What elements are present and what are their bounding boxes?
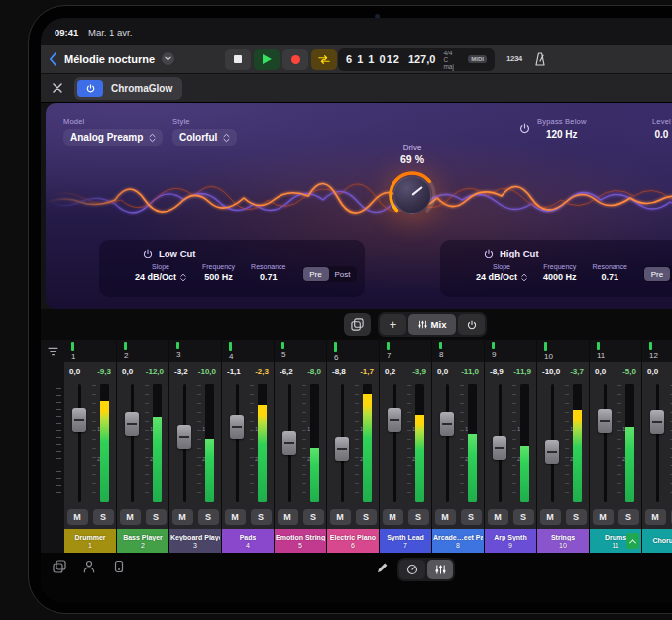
mixer-view-button[interactable]	[427, 560, 453, 579]
layers-button[interactable]	[344, 313, 371, 336]
model-control[interactable]: Model Analog Preamp	[63, 117, 163, 146]
mute-button[interactable]: M	[593, 509, 614, 525]
title-menu-button[interactable]	[162, 52, 174, 65]
mute-button[interactable]: M	[330, 509, 351, 525]
slope-field[interactable]: Slope 24 dB/Oct	[476, 263, 527, 282]
solo-button[interactable]: S	[198, 509, 219, 525]
cycle-button[interactable]	[311, 49, 337, 70]
fader-handle[interactable]	[72, 408, 86, 432]
fader-track[interactable]	[439, 384, 455, 502]
slope-field[interactable]: Slope 24 dB/Oct	[135, 263, 186, 282]
mute-button[interactable]: M	[383, 509, 403, 525]
metronome-icon[interactable]	[534, 52, 546, 66]
fader-track[interactable]	[334, 384, 350, 502]
lcd-display[interactable]: 6 1 1 012 127,0 4/4 C maj MIDI	[338, 48, 495, 71]
fader-handle[interactable]	[177, 425, 191, 449]
track-name-block[interactable]: Pads 4	[222, 529, 274, 553]
track-name-block[interactable]: Arp Synth 9	[485, 529, 536, 553]
mute-button[interactable]: M	[67, 509, 88, 525]
track-name-block[interactable]: Electric Piano 6	[327, 529, 379, 553]
fader-track[interactable]	[124, 384, 140, 502]
fader-track[interactable]	[597, 384, 613, 502]
bypass-below-control[interactable]: Bypass Below 120 Hz	[519, 117, 587, 140]
frequency-field[interactable]: Frequency 500 Hz	[202, 263, 235, 282]
windows-icon[interactable]	[53, 560, 66, 573]
track-name-block[interactable]: Keyboard Player 3	[169, 529, 221, 553]
resonance-field[interactable]: Resonance 0.71	[593, 263, 627, 282]
add-track-button[interactable]: +	[380, 314, 406, 335]
fader-handle[interactable]	[545, 440, 559, 464]
post-button[interactable]: Post	[330, 267, 356, 281]
mute-button[interactable]: M	[172, 509, 193, 525]
style-control[interactable]: Style Colorful	[172, 117, 237, 146]
fader-handle[interactable]	[388, 408, 401, 432]
mute-button[interactable]: M	[645, 509, 666, 525]
fader-track[interactable]	[649, 384, 665, 502]
channel-strip: 3 -3,2 -10,0 12 24 M S Keyboard Player 3	[169, 340, 222, 553]
track-name-block[interactable]: Synth Lead 7	[380, 529, 431, 553]
mute-button[interactable]: M	[278, 509, 298, 525]
track-name-block[interactable]: Strings 10	[537, 529, 589, 553]
mute-button[interactable]: M	[540, 509, 561, 525]
track-name-block[interactable]: Arcade…eet Pad 8	[432, 529, 484, 553]
solo-button[interactable]: S	[618, 509, 639, 525]
session-player-icon[interactable]	[82, 560, 96, 573]
controls-view-button[interactable]	[399, 560, 425, 579]
pencil-icon[interactable]	[376, 562, 389, 574]
fader-handle[interactable]	[335, 437, 349, 461]
plugin-power-button[interactable]	[77, 80, 103, 97]
mute-button[interactable]: M	[435, 509, 456, 525]
fader-track[interactable]	[229, 384, 245, 502]
project-title[interactable]: Mélodie nocturne	[64, 53, 155, 65]
count-in-button[interactable]: 1234	[506, 54, 522, 63]
fader-handle[interactable]	[493, 436, 506, 460]
play-button[interactable]	[254, 49, 280, 70]
track-name-block[interactable]: Emotion Strings 5	[275, 529, 326, 553]
solo-button[interactable]: S	[146, 509, 167, 525]
fader-track[interactable]	[71, 384, 87, 502]
level-control[interactable]: Level 0.0	[652, 117, 671, 140]
drive-knob[interactable]	[386, 168, 439, 222]
mix-button[interactable]: Mix	[408, 314, 456, 335]
pre-button[interactable]: Pre	[303, 267, 329, 281]
fader-handle[interactable]	[440, 412, 454, 436]
track-name-block[interactable]: Drummer 1	[64, 529, 116, 553]
mixer-power-button[interactable]	[458, 314, 485, 335]
resonance-field[interactable]: Resonance 0.71	[251, 263, 285, 282]
fader-track[interactable]	[387, 384, 402, 502]
track-name-block[interactable]: Chorus V	[642, 529, 672, 553]
fader-handle[interactable]	[125, 412, 139, 436]
fader-track[interactable]	[544, 384, 560, 502]
fader-track[interactable]	[281, 384, 297, 502]
solo-button[interactable]: S	[251, 509, 272, 525]
fader-track[interactable]	[176, 384, 192, 502]
track-name-block[interactable]: Drums 11	[590, 529, 641, 553]
track-name-block[interactable]: Bass Player 2	[117, 529, 168, 553]
solo-button[interactable]: S	[408, 509, 429, 525]
fader-handle[interactable]	[230, 415, 244, 439]
solo-button[interactable]: S	[93, 509, 114, 525]
fader-handle[interactable]	[598, 409, 612, 433]
solo-button[interactable]: S	[461, 509, 482, 525]
frequency-field[interactable]: Frequency 4000 Hz	[543, 263, 577, 282]
mute-button[interactable]: M	[488, 509, 508, 525]
fader-track[interactable]	[492, 384, 507, 502]
mute-button[interactable]: M	[225, 509, 246, 525]
power-icon[interactable]	[143, 249, 153, 258]
solo-button[interactable]: S	[356, 509, 377, 525]
close-icon[interactable]	[53, 83, 62, 93]
controller-icon[interactable]	[112, 560, 126, 573]
record-button[interactable]	[282, 49, 308, 70]
mute-button[interactable]: M	[120, 509, 141, 525]
back-chevron-icon[interactable]	[49, 52, 57, 66]
power-icon[interactable]	[484, 249, 494, 258]
solo-button[interactable]: S	[513, 509, 534, 525]
filter-icon[interactable]	[48, 347, 58, 356]
stop-button[interactable]	[225, 49, 251, 70]
expand-stack-button[interactable]	[626, 533, 639, 549]
fader-handle[interactable]	[282, 431, 296, 455]
pre-button[interactable]: Pre	[644, 267, 670, 281]
fader-handle[interactable]	[650, 410, 664, 434]
solo-button[interactable]: S	[566, 509, 587, 525]
solo-button[interactable]: S	[303, 509, 324, 525]
